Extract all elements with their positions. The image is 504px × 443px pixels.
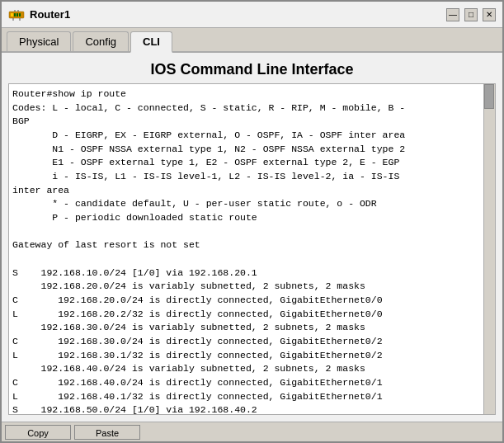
scrollbar-track[interactable] [483, 84, 495, 414]
cli-output[interactable]: Router#show ip route Codes: L - local, C… [9, 84, 495, 414]
router-icon [8, 7, 25, 23]
maximize-button[interactable]: □ [464, 8, 478, 21]
svg-rect-4 [19, 13, 21, 16]
cli-area[interactable]: Router#show ip route Codes: L - local, C… [8, 83, 496, 415]
paste-button[interactable]: Paste [74, 425, 140, 440]
title-bar: Router1 — □ ✕ [2, 2, 502, 28]
tab-physical[interactable]: Physical [7, 31, 71, 51]
title-bar-controls: — □ ✕ [446, 8, 496, 21]
tab-config[interactable]: Config [73, 31, 129, 51]
tab-bar: Physical Config CLI [2, 28, 502, 53]
svg-rect-3 [16, 13, 18, 16]
router-window: Router1 — □ ✕ Physical Config CLI IOS Co… [0, 0, 504, 443]
minimize-button[interactable]: — [446, 8, 459, 21]
svg-rect-1 [11, 13, 13, 16]
window-title: Router1 [30, 8, 70, 21]
scrollbar-thumb[interactable] [484, 84, 494, 109]
page-title: IOS Command Line Interface [2, 53, 502, 83]
title-bar-left: Router1 [8, 7, 70, 23]
tab-cli[interactable]: CLI [130, 31, 172, 53]
close-button[interactable]: ✕ [483, 8, 496, 21]
copy-button[interactable]: Copy [5, 425, 71, 440]
svg-rect-2 [14, 13, 16, 16]
bottom-bar: Copy Paste [2, 422, 502, 441]
